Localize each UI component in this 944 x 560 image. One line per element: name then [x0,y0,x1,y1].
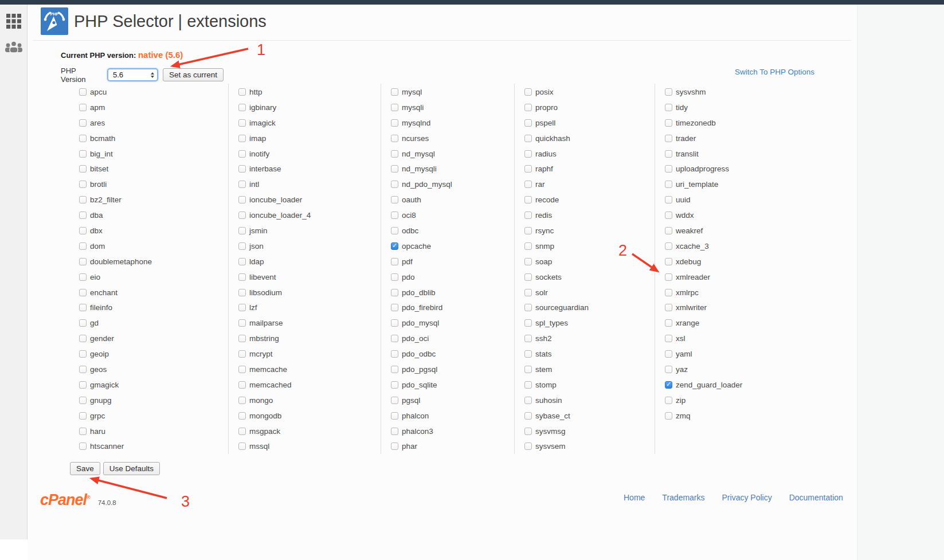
extension-row-xdebug[interactable]: xdebug [665,254,814,269]
extension-row-igbinary[interactable]: igbinary [238,100,381,115]
extension-row-xmlwriter[interactable]: xmlwriter [665,300,814,315]
extension-row-interbase[interactable]: interbase [238,161,381,177]
extension-checkbox-libevent[interactable] [238,273,246,281]
use-defaults-button[interactable]: Use Defaults [103,462,160,475]
extension-checkbox-apcu[interactable] [79,88,87,96]
footer-link-trademarks[interactable]: Trademarks [662,493,704,502]
extension-row-imap[interactable]: imap [238,131,381,146]
extension-row-jsmin[interactable]: jsmin [238,223,381,238]
extension-row-pdo[interactable]: pdo [391,269,514,285]
extension-row-nd_mysql[interactable]: nd_mysql [391,146,514,162]
extension-checkbox-odbc[interactable] [391,227,398,234]
extension-row-phalcon[interactable]: phalcon [391,408,514,424]
extension-checkbox-doublemetaphone[interactable] [79,258,87,265]
extension-row-haru[interactable]: haru [79,424,228,439]
extension-row-sourceguardian[interactable]: sourceguardian [524,300,655,315]
extension-checkbox-propro[interactable] [524,104,532,111]
extension-row-redis[interactable]: redis [524,207,655,223]
extension-checkbox-intl[interactable] [238,181,246,188]
extension-row-phar[interactable]: phar [391,438,514,454]
extension-row-dbx[interactable]: dbx [79,223,228,238]
extension-checkbox-stem[interactable] [524,366,532,373]
php-version-select[interactable]: 5.6 [107,68,158,81]
extension-row-ioncube_loader[interactable]: ioncube_loader [238,192,381,207]
extension-checkbox-gd[interactable] [79,319,87,327]
extension-checkbox-xmlrpc[interactable] [665,289,672,296]
switch-to-php-options-link[interactable]: Switch To PHP Options [735,68,814,76]
extension-row-pgsql[interactable]: pgsql [391,393,514,408]
extension-row-uuid[interactable]: uuid [665,192,814,207]
extension-checkbox-phalcon3[interactable] [391,428,398,435]
save-button[interactable]: Save [70,462,100,475]
extension-checkbox-stomp[interactable] [524,381,532,389]
extension-checkbox-posix[interactable] [524,88,532,96]
extension-checkbox-sysvsem[interactable] [524,442,532,450]
extension-checkbox-mssql[interactable] [238,442,246,450]
extension-checkbox-suhosin[interactable] [524,397,532,404]
extension-checkbox-tidy[interactable] [665,104,672,111]
extension-checkbox-apm[interactable] [79,104,87,111]
extension-row-pdo_pgsql[interactable]: pdo_pgsql [391,362,514,377]
footer-link-documentation[interactable]: Documentation [789,493,843,502]
extension-checkbox-mcrypt[interactable] [238,350,246,358]
extension-checkbox-mbstring[interactable] [238,335,246,342]
extension-checkbox-gnupg[interactable] [79,397,87,404]
extension-checkbox-mongodb[interactable] [238,412,246,420]
extension-checkbox-dbx[interactable] [79,227,87,234]
extension-checkbox-dba[interactable] [79,212,87,219]
extension-checkbox-igbinary[interactable] [238,104,246,111]
extension-row-sysvmsg[interactable]: sysvmsg [524,424,655,439]
extension-checkbox-zip[interactable] [665,397,672,404]
extension-row-oci8[interactable]: oci8 [391,207,514,223]
extension-checkbox-uri_template[interactable] [665,181,672,188]
extension-row-gd[interactable]: gd [79,315,228,331]
extension-row-weakref[interactable]: weakref [665,223,814,238]
extension-checkbox-gender[interactable] [79,335,87,342]
extension-row-http[interactable]: http [238,84,381,100]
extension-checkbox-spl_types[interactable] [524,319,532,327]
extension-row-sysvsem[interactable]: sysvsem [524,438,655,454]
extension-row-bitset[interactable]: bitset [79,161,228,177]
extension-row-tidy[interactable]: tidy [665,100,814,115]
extension-checkbox-memcache[interactable] [238,366,246,373]
extension-row-mbstring[interactable]: mbstring [238,331,381,346]
extension-checkbox-radius[interactable] [524,150,532,158]
extension-checkbox-xsl[interactable] [665,335,672,342]
extension-checkbox-eio[interactable] [79,273,87,281]
extension-checkbox-http[interactable] [238,88,246,96]
extension-checkbox-big_int[interactable] [79,150,87,158]
extension-checkbox-xcache_3[interactable] [665,242,672,250]
extension-row-sysvshm[interactable]: sysvshm [665,84,814,100]
extension-checkbox-jsmin[interactable] [238,227,246,234]
extension-checkbox-pdo[interactable] [391,273,398,281]
apps-grid-icon[interactable] [4,11,23,31]
extension-row-bcmath[interactable]: bcmath [79,131,228,146]
extension-checkbox-bitset[interactable] [79,165,87,173]
extension-checkbox-grpc[interactable] [79,412,87,420]
extension-row-oauth[interactable]: oauth [391,192,514,207]
extension-row-memcached[interactable]: memcached [238,377,381,393]
extension-checkbox-dom[interactable] [79,242,87,250]
extension-row-geos[interactable]: geos [79,362,228,377]
extension-row-yaz[interactable]: yaz [665,362,814,377]
extension-row-eio[interactable]: eio [79,269,228,285]
extension-checkbox-pdo_sqlite[interactable] [391,381,398,389]
extension-row-opcache[interactable]: opcache [391,238,514,254]
extension-row-nd_mysqli[interactable]: nd_mysqli [391,161,514,177]
extension-checkbox-xmlwriter[interactable] [665,304,672,311]
extension-row-pdo_firebird[interactable]: pdo_firebird [391,300,514,315]
extension-row-intl[interactable]: intl [238,177,381,192]
extension-checkbox-ioncube_loader[interactable] [238,196,246,203]
extension-checkbox-geoip[interactable] [79,350,87,358]
extension-row-grpc[interactable]: grpc [79,408,228,424]
extension-row-raphf[interactable]: raphf [524,161,655,177]
extension-checkbox-mysqlnd[interactable] [391,119,398,127]
extension-row-apcu[interactable]: apcu [79,84,228,100]
extension-row-uri_template[interactable]: uri_template [665,177,814,192]
extension-row-propro[interactable]: propro [524,100,655,115]
extension-checkbox-oauth[interactable] [391,196,398,203]
extension-row-radius[interactable]: radius [524,146,655,162]
extension-checkbox-ares[interactable] [79,119,87,127]
extension-row-phalcon3[interactable]: phalcon3 [391,424,514,439]
extension-checkbox-timezonedb[interactable] [665,119,672,127]
